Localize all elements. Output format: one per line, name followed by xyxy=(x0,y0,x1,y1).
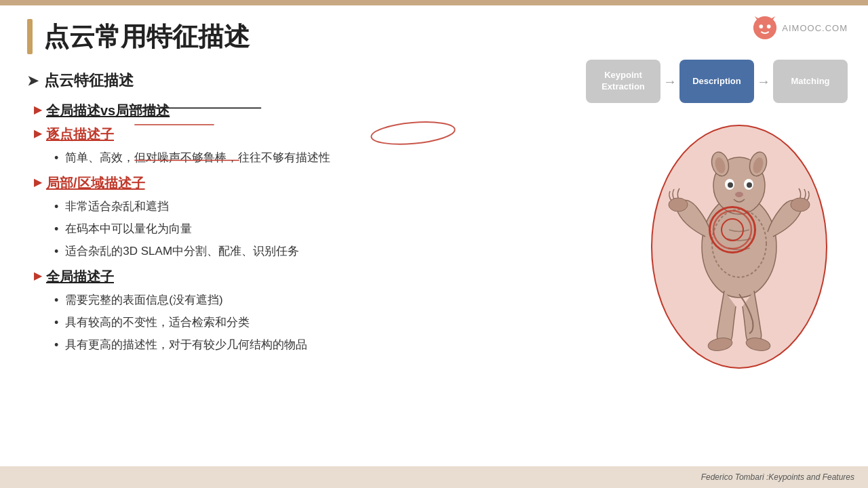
footer: Federico Tombari :Keypoints and Features xyxy=(0,466,868,488)
bullet-item-1: • 简单、高效，但对噪声不够鲁棒，往往不够有描述性 xyxy=(54,149,624,167)
sub-arrow-1: ▶ xyxy=(34,103,42,116)
step-description-label: Description xyxy=(692,76,741,87)
bullet-text-3: 在码本中可以量化为向量 xyxy=(65,220,192,238)
bullet-dot-6: • xyxy=(54,314,58,332)
bullet-item-7: • 具有更高的描述性，对于有较少几何结构的物品 xyxy=(54,336,624,354)
bullet-item-3: • 在码本中可以量化为向量 xyxy=(54,220,624,239)
svg-point-13 xyxy=(728,182,733,188)
creature-container xyxy=(644,118,834,375)
step-matching[interactable]: Matching xyxy=(773,60,848,103)
logo: AIMOOC.COM xyxy=(752,15,848,41)
bullet-group-3: • 需要完整的表面信息(没有遮挡) • 具有较高的不变性，适合检索和分类 • 具… xyxy=(27,291,624,354)
step-description[interactable]: Description xyxy=(679,60,754,103)
right-panel xyxy=(637,118,841,375)
svg-point-0 xyxy=(753,16,776,39)
pipeline: KeypointExtraction → Description → Match… xyxy=(586,60,848,103)
bullet-item-4: • 适合杂乱的3D SLAM中分割、配准、识别任务 xyxy=(54,243,624,261)
step-arrow-1: → xyxy=(660,75,679,88)
sub-text-3: 局部/区域描述子 xyxy=(46,174,145,192)
bullet-dot-1: • xyxy=(54,149,58,167)
step-keypoint-label: KeypointExtraction xyxy=(601,70,645,93)
step-arrow-2: → xyxy=(754,75,773,88)
step-matching-label: Matching xyxy=(791,76,829,87)
bullet-dot-2: • xyxy=(54,198,58,216)
left-panel: ➤ 点云特征描述 ▶ 全局描述vs局部描述 ▶ 逐点描述子 • 简单、高效，但对… xyxy=(27,70,624,375)
bullet-group-1: • 简单、高效，但对噪声不够鲁棒，往往不够有描述性 xyxy=(27,149,624,167)
section-heading: ➤ 点云特征描述 xyxy=(27,70,624,91)
bullet-text-5: 需要完整的表面信息(没有遮挡) xyxy=(65,291,222,309)
bullet-dot-4: • xyxy=(54,243,58,261)
chest-circle-inner xyxy=(721,218,744,241)
footer-text: Federico Tombari :Keypoints and Features xyxy=(701,472,854,482)
title-row: 点云常用特征描述 xyxy=(27,19,841,54)
title-accent xyxy=(27,19,33,54)
sub-item-4: ▶ 全局描述子 xyxy=(27,268,624,286)
sub-item-2: ▶ 逐点描述子 xyxy=(27,125,624,144)
logo-text: AIMOOC.COM xyxy=(782,23,848,33)
main-content: ➤ 点云特征描述 ▶ 全局描述vs局部描述 ▶ 逐点描述子 • 简单、高效，但对… xyxy=(27,70,841,375)
sub-item-1: ▶ 全局描述vs局部描述 xyxy=(27,102,624,120)
content-area: AIMOOC.COM 点云常用特征描述 KeypointExtraction →… xyxy=(0,5,868,382)
svg-point-15 xyxy=(735,192,743,197)
sub-text-1: 全局描述vs局部描述 xyxy=(46,102,170,120)
sub-arrow-4: ▶ xyxy=(34,269,42,282)
bullet-item-5: • 需要完整的表面信息(没有遮挡) xyxy=(54,291,624,310)
sub-text-2: 逐点描述子 xyxy=(46,125,114,144)
bullet-dot-5: • xyxy=(54,291,58,310)
bullet-text-7: 具有更高的描述性，对于有较少几何结构的物品 xyxy=(65,336,307,354)
bullet-dot-3: • xyxy=(54,220,58,239)
sub-arrow-3: ▶ xyxy=(34,176,42,188)
bullet-text-6: 具有较高的不变性，适合检索和分类 xyxy=(65,314,250,331)
bullet-item-6: • 具有较高的不变性，适合检索和分类 xyxy=(54,314,624,332)
logo-icon xyxy=(752,15,778,41)
sub-item-3: ▶ 局部/区域描述子 xyxy=(27,174,624,192)
section-arrow: ➤ xyxy=(27,73,39,89)
sub-arrow-2: ▶ xyxy=(34,127,42,140)
bullet-dot-7: • xyxy=(54,336,58,354)
svg-point-1 xyxy=(760,24,764,28)
bullet-item-2: • 非常适合杂乱和遮挡 xyxy=(54,198,624,216)
bullet-text-2: 非常适合杂乱和遮挡 xyxy=(65,198,169,216)
step-keypoint-extraction[interactable]: KeypointExtraction xyxy=(586,60,660,103)
page-title: 点云常用特征描述 xyxy=(43,20,250,54)
top-bar xyxy=(0,0,868,5)
svg-point-2 xyxy=(767,24,771,28)
svg-point-14 xyxy=(747,182,752,188)
bullet-group-2: • 非常适合杂乱和遮挡 • 在码本中可以量化为向量 • 适合杂乱的3D SLAM… xyxy=(27,198,624,261)
bullet-text-1: 简单、高效，但对噪声不够鲁棒，往往不够有描述性 xyxy=(65,149,330,167)
bullet-text-4: 适合杂乱的3D SLAM中分割、配准、识别任务 xyxy=(65,243,299,260)
section-heading-text: 点云特征描述 xyxy=(44,70,134,91)
sub-text-4: 全局描述子 xyxy=(46,268,114,286)
